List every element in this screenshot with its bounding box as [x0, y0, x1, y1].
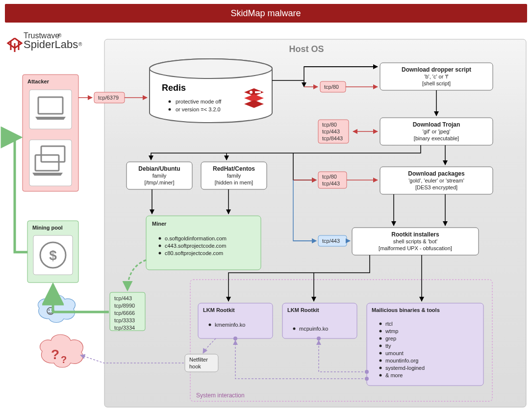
svg-text:[shell script]: [shell script] [422, 80, 451, 86]
port-dropper-text: tcp/80 [324, 84, 339, 90]
svg-text:rtcl: rtcl [385, 321, 393, 327]
svg-text:Download packages: Download packages [408, 170, 465, 177]
m2: c443.softprojectcode.com [165, 243, 226, 249]
svg-point-69 [380, 367, 382, 369]
svg-text:RedHat/Centos: RedHat/Centos [213, 165, 255, 172]
nf2: hook [189, 363, 201, 369]
svg-text:'gif' or 'jpeg': 'gif' or 'jpeg' [423, 129, 451, 134]
svg-text:Download dropper script: Download dropper script [402, 66, 471, 73]
svg-point-71 [380, 374, 382, 377]
node-trojan: Download Trojan 'gif' or 'jpeg' [binary … [380, 118, 493, 145]
brand-logo: Trustwave ® SpiderLabs ® [8, 31, 82, 52]
system-interaction-label: System interaction [196, 392, 245, 399]
svg-text:tty: tty [385, 343, 391, 349]
svg-text:LKM Rootkit: LKM Rootkit [203, 307, 235, 313]
nf1: Netfilter [189, 357, 208, 363]
svg-point-11 [49, 310, 50, 311]
pr: tcp/443 [322, 238, 340, 244]
svg-point-45 [159, 245, 161, 247]
svg-text:wtmp: wtmp [385, 328, 398, 334]
svg-text:family: family [227, 173, 241, 179]
cloud-question-icon: ? ? [40, 335, 83, 367]
redis-node: Redis protective mode off or version =< … [150, 59, 272, 123]
svg-text:[binary executable]: [binary executable] [414, 135, 459, 141]
svg-text:shell scripts & 'bot': shell scripts & 'bot' [393, 238, 437, 244]
m1: o.softgoldinformation.com [165, 235, 227, 241]
lkm-rootkit-1: LKM Rootkit kmeminfo.ko [198, 303, 273, 338]
svg-text:®: ® [58, 33, 62, 38]
diagram-canvas: SkidMap malware Trustwave ® SpiderLabs ®… [0, 0, 532, 415]
node-debian: Debian/Ubuntu family [/tmp/.miner] [127, 162, 192, 189]
svg-text:'b', 'c' or 'f': 'b', 'c' or 'f' [424, 74, 448, 79]
svg-point-67 [380, 360, 382, 362]
mp4: tcp/3333 [114, 317, 135, 323]
svg-point-75 [317, 337, 321, 340]
pp1: tcp/80 [322, 174, 337, 180]
svg-point-16 [169, 108, 171, 111]
svg-text:Download Trojan: Download Trojan [413, 121, 460, 128]
q2: ? [61, 354, 67, 365]
q1: ? [51, 347, 59, 362]
node-packages: Download packages 'gold', 'euler' or 'st… [380, 167, 493, 194]
svg-text:Mailicious binaries & tools: Mailicious binaries & tools [372, 307, 440, 313]
svg-rect-2 [29, 90, 72, 129]
miner-box: Miner o.softgoldinformation.com c443.sof… [146, 216, 261, 270]
svg-point-17 [250, 91, 253, 94]
redis-icon [244, 88, 264, 108]
cloud-confused-icon [38, 295, 76, 323]
svg-text:Debian/Ubuntu: Debian/Ubuntu [138, 165, 180, 172]
svg-text:family: family [152, 173, 167, 179]
host-os-label: Host OS [289, 44, 324, 54]
mp2: tcp/8990 [114, 303, 135, 309]
brand-line2: SpiderLabs [24, 38, 78, 51]
svg-text:®: ® [78, 42, 82, 47]
mp1: tcp/443 [114, 295, 132, 301]
svg-text:$: $ [49, 248, 57, 263]
pt3: tcp/8443 [322, 135, 343, 141]
svg-point-44 [159, 237, 161, 240]
svg-text:umount: umount [385, 350, 404, 356]
port-redis-text: tcp/6379 [98, 95, 119, 101]
svg-text:[DES3 encrypted]: [DES3 encrypted] [415, 184, 457, 190]
svg-point-65 [380, 352, 382, 355]
svg-text:[/tmp/.miner]: [/tmp/.miner] [144, 180, 174, 185]
redis-bullet1: protective mode off [176, 99, 222, 104]
title-text: SkidMap malware [230, 8, 301, 18]
malicious-tools: Mailicious binaries & tools rtcl wtmp gr… [367, 303, 483, 386]
svg-text:& more: & more [385, 372, 403, 378]
mining-pool-icon: $ [33, 235, 73, 275]
attacker-icon-1 [29, 90, 72, 129]
node-installers: Rootkit installers shell scripts & 'bot'… [352, 228, 479, 255]
pt1: tcp/80 [322, 122, 337, 128]
svg-point-46 [159, 252, 161, 255]
svg-point-53 [293, 328, 296, 330]
svg-point-61 [380, 337, 382, 340]
pp2: tcp/443 [322, 181, 340, 186]
svg-text:Rootkit installers: Rootkit installers [391, 231, 439, 238]
svg-rect-55 [367, 303, 483, 386]
svg-text:LKM Rootkit: LKM Rootkit [287, 307, 319, 313]
svg-text:systemd-logined: systemd-logined [385, 365, 425, 371]
svg-point-49 [209, 324, 211, 326]
svg-rect-18 [255, 91, 261, 93]
svg-point-14 [150, 59, 272, 78]
m3: c80.softprojectcode.com [165, 250, 223, 256]
mp5: tcp/3334 [114, 325, 135, 331]
node-dropper: Download dropper script 'b', 'c' or 'f' … [380, 63, 493, 90]
mining-pool-label: Mining pool [32, 225, 63, 231]
svg-text:kmeminfo.ko: kmeminfo.ko [215, 322, 245, 328]
svg-text:[hidden in mem]: [hidden in mem] [215, 180, 253, 185]
mp3: tcp/6666 [114, 310, 135, 316]
redis-bullet2: or version =< 3.2.0 [176, 106, 221, 112]
node-redhat: RedHat/Centos family [hidden in mem] [201, 162, 267, 189]
pt2: tcp/443 [322, 129, 340, 134]
miner-title: Miner [152, 221, 167, 227]
redis-title: Redis [162, 83, 186, 93]
svg-text:mcpuinfo.ko: mcpuinfo.ko [299, 326, 328, 332]
svg-point-57 [380, 323, 382, 325]
attacker-label: Attacker [27, 78, 50, 84]
svg-point-15 [169, 101, 171, 103]
svg-text:[malformed UPX - obfuscation]: [malformed UPX - obfuscation] [379, 245, 452, 251]
svg-point-76 [233, 337, 237, 340]
svg-point-59 [380, 330, 382, 333]
